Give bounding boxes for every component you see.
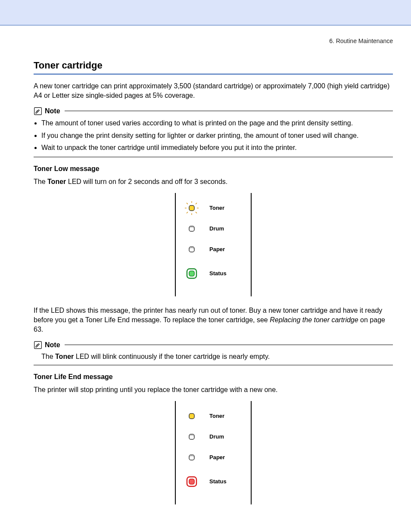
paper-led-off-icon bbox=[184, 242, 199, 257]
svg-rect-15 bbox=[189, 414, 194, 419]
toner-led-on-icon bbox=[184, 409, 199, 423]
svg-rect-14 bbox=[34, 341, 42, 348]
toner-life-end-paragraph: The printer will stop printing until you… bbox=[34, 385, 393, 395]
toner-low-paragraph: The Toner LED will turn on for 2 seconds… bbox=[34, 177, 393, 187]
svg-rect-9 bbox=[189, 205, 194, 211]
breadcrumb: 6. Routine Maintenance bbox=[34, 37, 393, 44]
page-title: Toner cartridge bbox=[34, 60, 393, 71]
header-band bbox=[0, 0, 411, 25]
toner-life-end-heading: Toner Life End message bbox=[34, 373, 393, 381]
note-pencil-icon bbox=[34, 341, 42, 349]
led-label-drum: Drum bbox=[209, 225, 224, 232]
svg-line-8 bbox=[196, 203, 197, 204]
note-bullet: If you change the print density setting … bbox=[41, 131, 393, 141]
toner-led-blinking-icon bbox=[184, 201, 199, 215]
drum-led-off-icon bbox=[184, 221, 199, 236]
note-bullet: Wait to unpack the toner cartridge until… bbox=[41, 143, 393, 153]
status-led-green-icon bbox=[184, 266, 199, 281]
svg-line-7 bbox=[187, 212, 188, 213]
led-label-drum: Drum bbox=[209, 433, 224, 440]
note-bullet: The amount of toner used varies accordin… bbox=[41, 118, 393, 129]
note-header: Note bbox=[34, 107, 393, 115]
note-bullet-list: The amount of toner used varies accordin… bbox=[34, 118, 393, 153]
led-panel-toner-life-end: Toner Drum Paper bbox=[175, 401, 252, 504]
intro-paragraph: A new toner cartridge can print approxim… bbox=[34, 81, 393, 101]
status-led-red-icon bbox=[184, 474, 199, 489]
note-rule-bottom bbox=[34, 365, 393, 365]
svg-rect-13 bbox=[189, 271, 194, 276]
svg-line-6 bbox=[196, 212, 197, 213]
drum-led-off-icon bbox=[184, 429, 199, 444]
svg-rect-19 bbox=[189, 479, 194, 484]
note-pencil-icon bbox=[34, 107, 42, 115]
note-rule bbox=[65, 345, 393, 345]
toner-low-heading: Toner Low message bbox=[34, 165, 393, 173]
note-rule-bottom bbox=[34, 157, 393, 157]
note-label: Note bbox=[45, 341, 60, 349]
note-header: Note bbox=[34, 341, 393, 349]
svg-rect-0 bbox=[34, 107, 42, 115]
led-label-status: Status bbox=[209, 478, 227, 485]
led-label-paper: Paper bbox=[209, 246, 225, 252]
note2-body: The Toner LED will blink continuously if… bbox=[41, 352, 393, 361]
toner-low-followup: If the LED shows this message, the print… bbox=[34, 306, 393, 335]
note-label: Note bbox=[45, 107, 60, 115]
led-panel-toner-low: Toner Drum Paper bbox=[175, 193, 252, 296]
led-label-toner: Toner bbox=[209, 205, 224, 211]
note-rule bbox=[65, 111, 393, 111]
led-label-status: Status bbox=[209, 270, 227, 277]
led-label-paper: Paper bbox=[209, 454, 225, 460]
svg-line-5 bbox=[187, 203, 188, 204]
led-label-toner: Toner bbox=[209, 413, 224, 419]
paper-led-off-icon bbox=[184, 450, 199, 465]
title-rule bbox=[34, 74, 393, 75]
